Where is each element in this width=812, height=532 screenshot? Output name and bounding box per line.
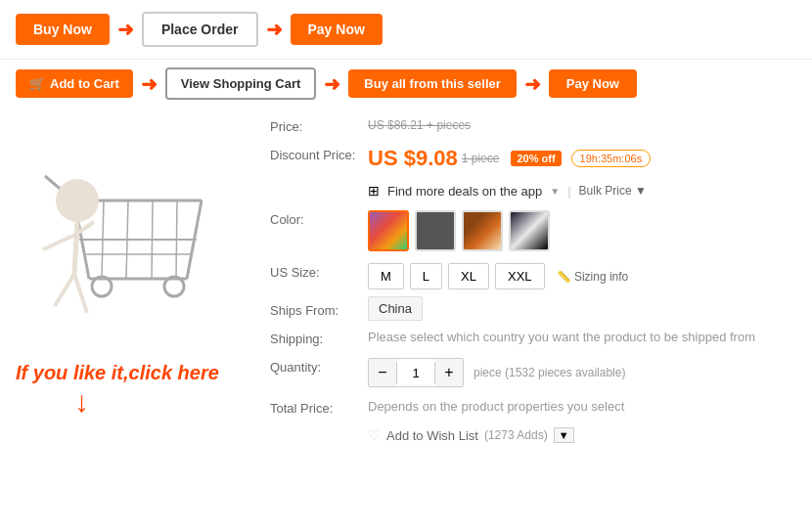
left-panel: If you like it,click here ↓ [16, 117, 250, 443]
quantity-label: Quantity: [270, 358, 368, 375]
right-panel: Price: US $86.21 + pieces Discount Price… [270, 117, 796, 443]
buy-now-button[interactable]: Buy Now [16, 14, 110, 45]
svg-line-18 [55, 274, 74, 306]
bulk-price-text: Bulk Price ▼ [579, 184, 647, 198]
cart-svg [16, 122, 231, 347]
qr-code-icon: ⊞ [368, 183, 380, 199]
heart-icon: ♡ [368, 427, 381, 443]
cart-illustration [16, 117, 231, 352]
color-swatch-3[interactable] [462, 210, 503, 251]
wishlist-adds: (1273 Adds) [484, 428, 548, 442]
shipping-text: Please select which country you want the… [368, 330, 796, 344]
deals-row: ⊞ Find more deals on the app ▼ | Bulk Pr… [368, 183, 796, 199]
arrow-icon-2: ➜ [266, 18, 283, 41]
arrow-down-icon: ↓ [74, 385, 250, 419]
view-shopping-cart-button[interactable]: View Shopping Cart [165, 67, 317, 100]
main-content: If you like it,click here ↓ Price: US $8… [0, 108, 812, 453]
color-label: Color: [270, 210, 368, 227]
color-row: Color: [270, 210, 796, 251]
chevron-down-icon: ▼ [550, 186, 560, 197]
arrow-icon-4: ➜ [324, 72, 340, 96]
wishlist-dropdown-button[interactable]: ▼ [554, 427, 574, 443]
size-XXL-button[interactable]: XXL [495, 263, 545, 289]
quantity-stepper: − 1 + [368, 358, 464, 387]
discount-row: Discount Price: US $9.08 1 piece 20% off… [270, 146, 796, 171]
arrow-icon-5: ➜ [524, 72, 541, 96]
arrow-icon-3: ➜ [141, 72, 158, 96]
arrow-icon-1: ➜ [117, 18, 134, 41]
bulk-chevron-icon: ▼ [635, 184, 647, 198]
svg-line-16 [43, 235, 75, 249]
total-price-value: Depends on the product properties you se… [368, 399, 796, 414]
svg-line-17 [74, 274, 87, 313]
deals-text: Find more deals on the app [387, 184, 542, 199]
color-swatch-4[interactable] [509, 210, 550, 251]
total-price-label: Total Price: [270, 399, 368, 416]
svg-line-14 [74, 222, 77, 274]
quantity-row: Quantity: − 1 + piece (1532 pieces avail… [270, 358, 796, 387]
price-row: Price: US $86.21 + pieces [270, 117, 796, 134]
original-price: US $86.21 + pieces [368, 118, 471, 132]
cart-icon: 🛒 [29, 76, 45, 91]
size-row: US Size: M L XL XXL 📏 Sizing info [270, 263, 796, 289]
add-to-cart-button[interactable]: 🛒 Add to Cart [16, 69, 133, 98]
price-label: Price: [270, 117, 368, 134]
svg-point-13 [56, 179, 99, 222]
timer-badge: 19h:35m:06s [571, 150, 652, 167]
place-order-button[interactable]: Place Order [142, 12, 258, 47]
size-buttons: M L XL XXL 📏 Sizing info [368, 263, 796, 289]
flow-bar-1: Buy Now ➜ Place Order ➜ Pay Now [0, 0, 812, 59]
svg-line-5 [102, 200, 104, 279]
discount-label: Discount Price: [270, 146, 368, 162]
click-here-text: If you like it,click here [16, 360, 250, 385]
svg-line-6 [126, 200, 128, 279]
ships-from-value: China [368, 301, 796, 316]
discount-price: US $9.08 [368, 146, 458, 171]
pay-now-button-bottom[interactable]: Pay Now [549, 69, 637, 98]
quantity-available: piece (1532 pieces available) [474, 366, 625, 379]
ships-from-label: Ships From: [270, 301, 368, 318]
ships-from-row: Ships From: China [270, 301, 796, 318]
quantity-increase-button[interactable]: + [435, 359, 463, 386]
quantity-decrease-button[interactable]: − [369, 359, 396, 386]
shipping-row: Shipping: Please select which country yo… [270, 330, 796, 346]
discount-value: US $9.08 1 piece 20% off 19h:35m:06s [368, 146, 796, 171]
color-swatches [368, 210, 796, 251]
size-XL-button[interactable]: XL [448, 263, 489, 289]
pay-now-button-top[interactable]: Pay Now [291, 14, 383, 45]
svg-line-7 [152, 200, 153, 279]
shipping-label: Shipping: [270, 330, 368, 346]
ships-tag: China [368, 296, 423, 321]
flow-bar-2: 🛒 Add to Cart ➜ View Shopping Cart ➜ Buy… [0, 59, 812, 108]
total-price-row: Total Price: Depends on the product prop… [270, 399, 796, 416]
svg-line-8 [176, 200, 177, 279]
size-label: US Size: [270, 263, 368, 280]
color-swatch-2[interactable] [415, 210, 456, 251]
wishlist-row: ♡ Add to Wish List (1273 Adds) ▼ [368, 427, 796, 443]
price-value: US $86.21 + pieces [368, 117, 796, 132]
piece-price: 1 piece [462, 152, 500, 165]
quantity-value: − 1 + piece (1532 pieces available) [368, 358, 796, 387]
color-swatch-1[interactable] [368, 210, 409, 251]
quantity-input[interactable]: 1 [396, 362, 435, 384]
size-L-button[interactable]: L [410, 263, 442, 289]
size-M-button[interactable]: M [368, 263, 404, 289]
sizing-info-link[interactable]: 📏 Sizing info [557, 270, 629, 284]
discount-badge: 20% off [511, 151, 561, 166]
buy-all-seller-button[interactable]: Buy all from this seller [348, 69, 516, 98]
wishlist-label[interactable]: Add to Wish List [386, 428, 478, 443]
